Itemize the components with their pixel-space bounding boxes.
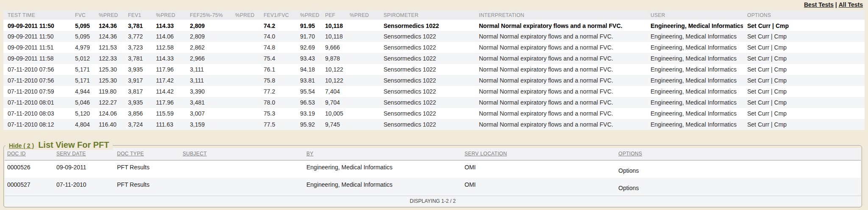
cell-pef: 10,118 (321, 31, 345, 42)
column-header-by[interactable]: BY (304, 148, 462, 160)
cell-serv-date: 07-11-2010 (54, 178, 114, 196)
cell-fev1-fvc: 74.0 (259, 31, 296, 42)
cell-test-time: 09-09-2011 11:50 (3, 31, 71, 42)
cell-fev1-fvc: 77.5 (259, 119, 296, 130)
cell-pef: 9,745 (321, 119, 345, 130)
cell-fef25-75: 3,007 (186, 108, 231, 119)
cell-fev1: 3,935 (124, 97, 152, 108)
cell-options[interactable]: Set Curr | Cmp (743, 75, 865, 86)
column-header-pred-fvc: %PRED (95, 11, 124, 20)
cell-serv-location: OMI (462, 160, 616, 178)
cell-test-time: 07-11-2010 08:12 (3, 119, 71, 130)
column-header-spirometer: SPIROMETER (379, 11, 475, 20)
cell-options[interactable]: Options (616, 160, 861, 178)
cell-pef: 9,704 (321, 97, 345, 108)
cell-pred-fev1: 114.06 (152, 31, 186, 42)
cell-user: Engineering, Medical Informatics (646, 86, 743, 97)
cell-pred-fev1-fvc: 91.70 (296, 31, 321, 42)
cell-fev1: 3,772 (124, 31, 152, 42)
column-header-test-time: TEST TIME (3, 11, 71, 20)
table-row: 07-11-2010 08:124,804116.403,724111.633,… (3, 119, 865, 130)
table-row: 000052707-11-2010PFT ResultsEngineering,… (5, 178, 861, 196)
cell-pred-fev1: 111.63 (152, 119, 186, 130)
cell-options[interactable]: Options (616, 178, 861, 196)
cell-fvc: 5,046 (71, 97, 95, 108)
cell-pef: 9,878 (321, 53, 345, 64)
column-header-pred-fef: %PRED (231, 11, 259, 20)
cell-fev1: 3,935 (124, 64, 152, 75)
cell-test-time: 09-09-2011 11:51 (3, 42, 71, 53)
cell-fvc: 5,120 (71, 108, 95, 119)
cell-pred-pef (345, 53, 379, 64)
cell-pred-pef (345, 75, 379, 86)
cell-options[interactable]: Set Curr | Cmp (743, 64, 865, 75)
table-row: 07-11-2010 08:015,046122.273,935117.963,… (3, 97, 865, 108)
hide-link[interactable]: Hide ( 2 ) (9, 142, 34, 149)
cell-pred-fef (231, 86, 259, 97)
cell-pred-fev1-fvc: 93.19 (296, 108, 321, 119)
column-header-pred-fev1: %PRED (152, 11, 186, 20)
cell-options[interactable]: Set Curr | Cmp (743, 20, 865, 31)
cell-pred-pef (345, 42, 379, 53)
cell-fef25-75: 2,809 (186, 31, 231, 42)
cell-spirometer: Sensormedics 1022 (379, 86, 475, 97)
cell-pred-fvc: 119.80 (95, 86, 124, 97)
cell-options[interactable]: Set Curr | Cmp (743, 108, 865, 119)
cell-options[interactable]: Set Curr | Cmp (743, 42, 865, 53)
cell-pred-fvc: 125.30 (95, 75, 124, 86)
cell-pred-fvc: 122.27 (95, 97, 124, 108)
cell-pred-fev1: 117.96 (152, 64, 186, 75)
table-row: 09-09-2011 11:514,979121.533,723112.582,… (3, 42, 865, 53)
cell-user: Engineering, Medical Informatics (646, 53, 743, 64)
cell-pred-fev1: 114.33 (152, 20, 186, 31)
cell-pred-pef (345, 20, 379, 31)
cell-interpretation: Normal Normal expiratory flows and a nor… (475, 97, 646, 108)
cell-options[interactable]: Set Curr | Cmp (743, 86, 865, 97)
cell-fvc: 5,012 (71, 53, 95, 64)
best-tests-link[interactable]: Best Tests (804, 1, 834, 8)
cell-fev1-fvc: 75.8 (259, 75, 296, 86)
cell-pred-fev1: 114.33 (152, 53, 186, 64)
cell-options[interactable]: Set Curr | Cmp (743, 53, 865, 64)
cell-fev1: 3,817 (124, 86, 152, 97)
list-view-panel: Hide ( 2 ) List View For PFT DOC IDSERV … (3, 145, 862, 207)
column-header-options[interactable]: OPTIONS (616, 148, 861, 160)
cell-test-time: 09-09-2011 11:58 (3, 53, 71, 64)
column-header-serv-location[interactable]: SERV LOCATION (462, 148, 616, 160)
cell-by: Engineering, Medical Informatics (304, 160, 462, 178)
table-row: 09-09-2011 11:505,095124.363,781114.332,… (3, 20, 865, 31)
cell-fvc: 4,979 (71, 42, 95, 53)
column-header-subject[interactable]: SUBJECT (180, 148, 304, 160)
cell-interpretation: Normal Normal expiratory flows and a nor… (475, 86, 646, 97)
cell-options[interactable]: Set Curr | Cmp (743, 31, 865, 42)
cell-pred-pef (345, 108, 379, 119)
cell-spirometer: Sensormedics 1022 (379, 64, 475, 75)
cell-fef25-75: 3,481 (186, 97, 231, 108)
column-header-fev1-fvc: FEV1/FVC (259, 11, 296, 20)
cell-pef: 9,666 (321, 42, 345, 53)
cell-options[interactable]: Set Curr | Cmp (743, 119, 865, 130)
cell-pef: 10,122 (321, 64, 345, 75)
cell-fvc: 4,944 (71, 86, 95, 97)
cell-pred-fef (231, 64, 259, 75)
cell-fvc: 5,171 (71, 75, 95, 86)
cell-interpretation: Normal Normal expiratory flows and a nor… (475, 42, 646, 53)
column-header-doc-type[interactable]: DOC TYPE (114, 148, 180, 160)
cell-pred-fvc: 116.40 (95, 119, 124, 130)
cell-pred-fef (231, 75, 259, 86)
all-tests-link[interactable]: All Tests (839, 1, 863, 8)
cell-fev1: 3,781 (124, 53, 152, 64)
cell-doc-type: PFT Results (114, 160, 180, 178)
cell-pred-fef (231, 108, 259, 119)
cell-options[interactable]: Set Curr | Cmp (743, 97, 865, 108)
cell-spirometer: Sensormedics 1022 (379, 108, 475, 119)
cell-pred-fev1-fvc: 91.95 (296, 20, 321, 31)
list-view-footer-row: DISPLAYING 1-2 / 2 (5, 196, 861, 206)
cell-doc-type: PFT Results (114, 178, 180, 196)
cell-interpretation: Normal Normal expiratory flows and a nor… (475, 53, 646, 64)
cell-fev1-fvc: 78.0 (259, 97, 296, 108)
column-header-fvc: FVC (71, 11, 95, 20)
table-row: 09-09-2011 11:505,095124.363,772114.062,… (3, 31, 865, 42)
column-header-fef25-75: FEF25%-75% (186, 11, 231, 20)
cell-fev1-fvc: 77.2 (259, 86, 296, 97)
